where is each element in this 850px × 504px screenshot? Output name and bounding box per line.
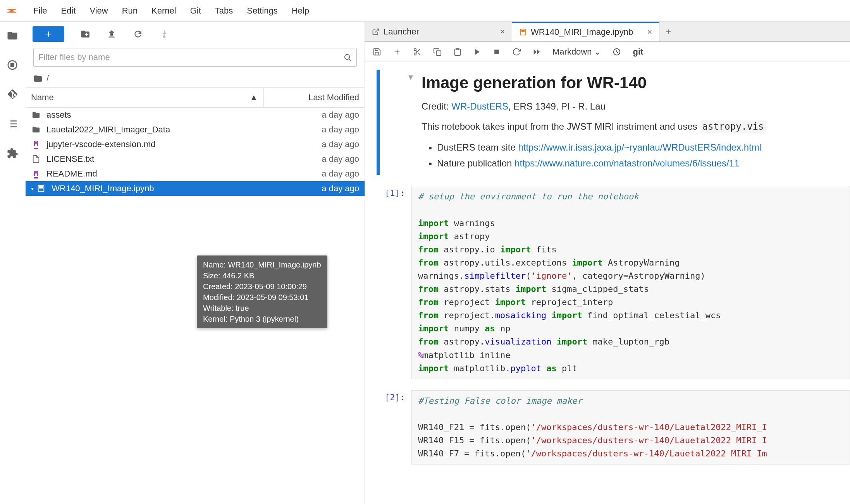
tab-launcher[interactable]: Launcher× <box>365 22 512 41</box>
new-folder-icon[interactable] <box>80 29 91 39</box>
run-icon[interactable] <box>473 48 481 56</box>
add-tab-button[interactable]: + <box>659 22 677 41</box>
save-icon[interactable] <box>373 48 381 56</box>
markdown-cell[interactable]: ▼ Image generation for WR-140 Credit: WR… <box>377 70 850 175</box>
file-name: README.md <box>46 169 264 179</box>
cut-icon[interactable] <box>413 48 422 56</box>
file-name: LICENSE.txt <box>46 154 264 164</box>
file-row[interactable]: assetsa day ago <box>26 108 365 122</box>
notebook-toolbar: Markdown ⌄ git <box>365 42 850 62</box>
notebook-title: Image generation for WR-140 <box>422 74 842 92</box>
menu-file[interactable]: File <box>26 3 54 19</box>
svg-marker-29 <box>537 49 540 55</box>
svg-rect-13 <box>40 187 43 189</box>
copy-icon[interactable] <box>433 48 442 56</box>
file-modified: a day ago <box>264 183 359 194</box>
svg-point-10 <box>345 55 350 60</box>
file-modified: a day ago <box>264 139 359 149</box>
filter-input[interactable] <box>38 52 343 62</box>
close-icon[interactable]: × <box>500 27 505 37</box>
file-browser: / Name ▲ Last Modified assetsa day agoLa… <box>26 22 365 504</box>
svg-rect-25 <box>456 48 459 50</box>
markdown-content: Image generation for WR-140 Credit: WR-D… <box>422 70 850 175</box>
svg-rect-27 <box>494 50 499 54</box>
svg-point-9 <box>163 36 165 37</box>
list-item: DustERS team site https://www.ir.isas.ja… <box>437 140 842 156</box>
list-item: Nature publication https://www.nature.co… <box>437 156 842 171</box>
run-all-icon[interactable] <box>532 48 541 56</box>
code-cell[interactable]: [2]: #Testing False color image maker WR… <box>377 390 850 465</box>
toc-tab-icon[interactable] <box>6 118 19 130</box>
file-row[interactable]: Lauetal2022_MIRI_Imager_Dataa day ago <box>26 122 365 137</box>
add-cell-icon[interactable] <box>393 48 401 56</box>
cell-prompt: [1]: <box>377 186 411 379</box>
menu-help[interactable]: Help <box>285 3 316 19</box>
cell-indicator <box>377 70 380 175</box>
menu-git[interactable]: Git <box>183 3 208 19</box>
cell-type-select[interactable]: Markdown ⌄ <box>552 47 601 57</box>
files-tab-icon[interactable] <box>6 29 19 42</box>
refresh-icon[interactable] <box>132 29 143 39</box>
file-modified: a day ago <box>264 169 359 179</box>
extensions-tab-icon[interactable] <box>6 147 19 159</box>
jupyter-logo[interactable] <box>5 4 19 18</box>
file-row[interactable]: LICENSE.txta day ago <box>26 152 365 166</box>
col-modified-header[interactable]: Last Modified <box>264 88 365 107</box>
breadcrumb[interactable]: / <box>26 70 365 87</box>
menu-kernel[interactable]: Kernel <box>145 3 183 19</box>
git-button[interactable]: git <box>633 47 643 57</box>
notebook-icon <box>36 184 46 193</box>
new-launcher-button[interactable] <box>33 26 64 42</box>
svg-marker-28 <box>534 49 537 55</box>
chevron-down-icon: ⌄ <box>594 47 601 57</box>
file-row[interactable]: WR140_MIRI_Image.ipynba day ago <box>26 181 365 196</box>
menu-tabs[interactable]: Tabs <box>208 3 240 19</box>
tab-bar: Launcher×WR140_MIRI_Image.ipynb×+ <box>365 22 850 42</box>
file-filter[interactable] <box>33 48 357 67</box>
timing-icon[interactable] <box>613 48 621 56</box>
cell-prompt: ▼ <box>387 70 422 175</box>
breadcrumb-path: / <box>46 74 49 84</box>
svg-line-14 <box>375 29 379 32</box>
upload-icon[interactable] <box>106 29 117 39</box>
nature-link[interactable]: https://www.nature.com/natastron/volumes… <box>514 158 739 168</box>
credit-link[interactable]: WR-DustERS <box>451 101 508 111</box>
tab-label: WR140_MIRI_Image.ipynb <box>531 27 633 37</box>
file-row[interactable]: MREADME.mda day ago <box>26 166 365 181</box>
menu-edit[interactable]: Edit <box>54 3 83 19</box>
file-name: assets <box>46 110 264 120</box>
dusters-link[interactable]: https://www.ir.isas.jaxa.jp/~ryanlau/WRD… <box>518 142 761 153</box>
tab-label: Launcher <box>384 27 419 37</box>
col-name-header[interactable]: Name ▲ <box>26 88 264 107</box>
file-modified: a day ago <box>264 154 359 164</box>
git-pull-icon[interactable] <box>159 29 170 39</box>
file-modified: a day ago <box>264 110 359 120</box>
activity-bar <box>0 22 26 504</box>
running-tab-icon[interactable] <box>6 59 19 71</box>
code-content[interactable]: #Testing False color image maker WR140_F… <box>411 390 850 465</box>
close-icon[interactable]: × <box>647 27 652 37</box>
folder-icon <box>33 74 43 83</box>
code-content[interactable]: # setup the environment to run the noteb… <box>411 186 850 379</box>
git-tab-icon[interactable] <box>6 88 19 101</box>
svg-line-11 <box>349 59 351 60</box>
paste-icon[interactable] <box>453 48 462 56</box>
file-name: WR140_MIRI_Image.ipynb <box>52 183 264 194</box>
code-cell[interactable]: [1]: # setup the environment to run the … <box>377 186 850 379</box>
search-icon <box>343 53 352 62</box>
tab-wr140-miri-image-ipynb[interactable]: WR140_MIRI_Image.ipynb× <box>512 22 659 41</box>
restart-icon[interactable] <box>512 48 521 56</box>
svg-line-23 <box>416 50 417 52</box>
file-row[interactable]: Mjupyter-vscode-extension.mda day ago <box>26 137 365 152</box>
svg-marker-26 <box>475 49 480 55</box>
menu-run[interactable]: Run <box>115 3 145 19</box>
file-name: jupyter-vscode-extension.md <box>46 139 264 149</box>
main-menu: FileEditViewRunKernelGitTabsSettingsHelp <box>26 3 316 19</box>
notebook-icon <box>519 28 527 36</box>
menu-settings[interactable]: Settings <box>240 3 285 19</box>
collapse-icon[interactable]: ▼ <box>408 72 413 82</box>
notebook-body: ▼ Image generation for WR-140 Credit: WR… <box>365 62 850 504</box>
markdown-icon: M <box>31 140 41 149</box>
menu-view[interactable]: View <box>83 3 115 19</box>
stop-icon[interactable] <box>493 48 501 56</box>
